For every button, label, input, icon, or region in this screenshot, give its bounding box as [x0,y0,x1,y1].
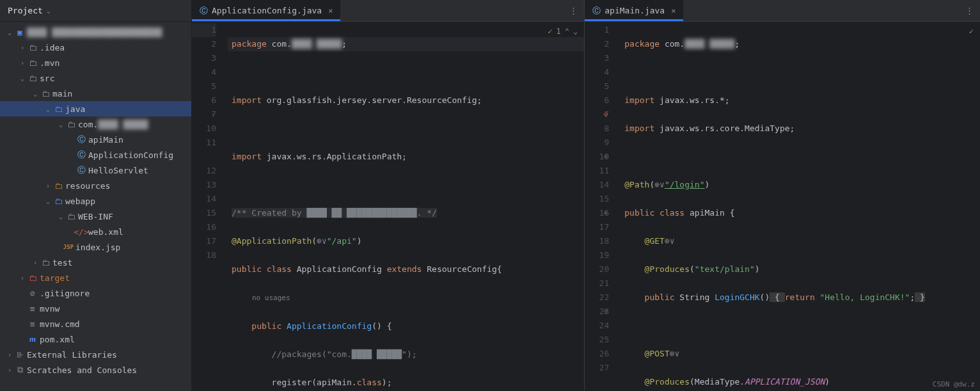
xml-icon: </> [75,227,87,237]
gitignore-icon: ⊘ [27,289,38,298]
sidebar-title: Project [8,6,43,15]
more-icon[interactable]: ⋮ [965,6,974,15]
tab-actions[interactable]: ⋮ [563,0,584,21]
tab-actions[interactable]: ⋮ [959,0,980,21]
tab-label: ApplicationConfig.java [212,6,322,15]
tree-item-gitignore[interactable]: ⊘.gitignore [0,285,191,301]
close-icon[interactable]: × [671,6,676,15]
folder-icon: 🗀 [27,74,38,83]
tree-item-webinf[interactable]: ⌄🗀WEB-INF [0,209,191,224]
project-icon: ▣ [14,28,26,37]
tree-item-resources[interactable]: ›🗀resources [0,178,191,193]
class-icon: Ⓒ [75,134,87,145]
project-tree[interactable]: ⌄▣████ ██████████████████████ ›🗀.idea ›🗀… [0,22,191,391]
tree-item-mvnw[interactable]: ≡mvnw [0,301,191,316]
chevron-down-icon: ⌄ [47,7,51,14]
file-icon: ≡ [27,319,38,329]
maven-icon: m [27,334,38,344]
tree-item-mvnwcmd[interactable]: ≡mvnw.cmd [0,316,191,331]
watermark: CSDN @dw.z [933,380,975,388]
editor-area: Ⓒ ApplicationConfig.java × ⋮ ✓1 ⌃⌄ 12345… [192,0,980,391]
tree-item-extlib[interactable]: ›⊪External Libraries [0,347,191,362]
class-icon: Ⓒ [75,164,87,176]
class-icon: Ⓒ [200,5,208,17]
folder-icon: 🗀 [40,258,51,267]
class-icon: Ⓒ [75,149,87,161]
folder-source-icon: 🗀 [52,104,64,114]
more-icon[interactable]: ⋮ [569,6,578,15]
tab-applicationconfig[interactable]: Ⓒ ApplicationConfig.java × [192,0,340,21]
folder-icon: 🗀 [27,58,38,68]
folder-web-icon: 🗀 [52,196,64,206]
tree-item-scratches[interactable]: ›⧉Scratches and Consoles [0,362,191,378]
folder-icon: 🗀 [27,43,38,52]
tree-item-test[interactable]: ›🗀test [0,255,191,270]
tree-item-java[interactable]: ⌄🗀java [0,101,191,116]
code-content-right[interactable]: package com.████ █████; import javax.ws.… [620,22,980,391]
close-icon[interactable]: × [328,6,333,15]
code-editor-right[interactable]: ✓ 1234567⊘8910⊛11141516⊛17181920212223⊛2… [585,22,980,391]
tree-item-helloservlet[interactable]: ⒸHelloServlet [0,163,191,178]
tree-item-mvn[interactable]: ›🗀.mvn [0,55,191,70]
tree-item-webapp[interactable]: ⌄🗀webapp [0,193,191,209]
tree-item-indexjsp[interactable]: JSPindex.jsp [0,239,191,255]
tree-item-webxml[interactable]: </>web.xml [0,224,191,239]
tree-root[interactable]: ⌄▣████ ██████████████████████ [0,24,191,40]
class-icon: Ⓒ [592,5,601,17]
sidebar-header[interactable]: Project ⌄ [0,0,191,22]
tree-item-target[interactable]: ›🗀target [0,270,191,285]
tree-item-appconfig[interactable]: ⒸApplicationConfig [0,147,191,163]
tree-item-src[interactable]: ⌄🗀src [0,70,191,86]
code-content-left[interactable]: package com.████ █████; import org.glass… [228,22,584,391]
scratches-icon: ⧉ [14,365,26,375]
tree-item-main[interactable]: ⌄🗀main [0,86,191,101]
folder-resources-icon: 🗀 [52,181,64,191]
libraries-icon: ⊪ [14,350,26,360]
tree-item-pom[interactable]: mpom.xml [0,331,191,347]
tab-row-left: Ⓒ ApplicationConfig.java × ⋮ [192,0,584,22]
tab-row-right: Ⓒ apiMain.java × ⋮ [585,0,980,22]
editor-pane-right: Ⓒ apiMain.java × ⋮ ✓ 1234567⊘8910⊛111415… [585,0,980,391]
folder-icon: 🗀 [40,89,51,99]
code-editor-left[interactable]: ✓1 ⌃⌄ 1234567›1011 12131415161718 packag… [192,22,584,391]
gutter-left[interactable]: 1234567›1011 12131415161718 [192,22,228,391]
tree-item-apimain[interactable]: ⒸapiMain [0,132,191,147]
editor-pane-left: Ⓒ ApplicationConfig.java × ⋮ ✓1 ⌃⌄ 12345… [192,0,585,391]
file-icon: ≡ [27,304,38,314]
package-icon: 🗀 [65,120,77,129]
gutter-right[interactable]: 1234567⊘8910⊛11141516⊛17181920212223⊛242… [585,22,620,391]
jsp-icon: JSP [63,244,74,250]
folder-icon: 🗀 [65,212,77,221]
tab-apimain[interactable]: Ⓒ apiMain.java × [585,0,683,21]
tree-item-package[interactable]: ⌄🗀com.████ █████ [0,116,191,132]
project-sidebar: Project ⌄ ⌄▣████ ██████████████████████ … [0,0,192,391]
tab-label: apiMain.java [605,6,665,15]
tree-item-idea[interactable]: ›🗀.idea [0,40,191,55]
folder-excluded-icon: 🗀 [27,273,38,283]
